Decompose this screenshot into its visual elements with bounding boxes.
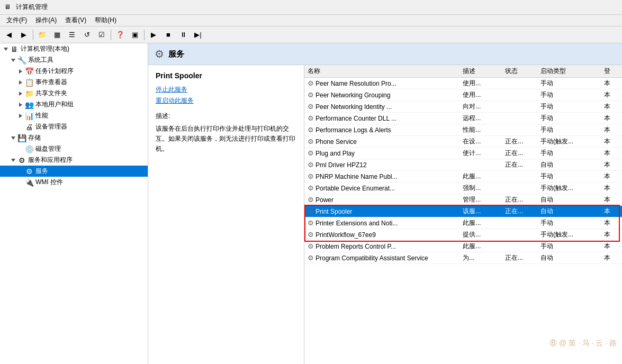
label-storage: 存储 [28,133,41,142]
service-desc [459,159,502,171]
tree-item-wmi[interactable]: 🔌 WMI 控件 [0,177,148,188]
table-row[interactable]: ⚙Performance Counter DLL ...远程...手动本 [304,113,622,124]
icon-wmi: 🔌 [24,178,34,187]
tree-item-root[interactable]: 🖥 计算机管理(本地) [0,43,148,54]
service-desc: 该服... [459,206,502,217]
icon-storage: 💾 [17,134,26,142]
right-content: Print Spooler 停止此服务 重启动此服务 描述: 该服务在后台执行打… [148,65,622,364]
gear-icon: ⚙ [308,114,314,122]
tree-item-systemtools[interactable]: 🔧 系统工具 [0,54,148,66]
gear-icon: ⚙ [308,242,314,250]
service-status [502,124,537,136]
selected-service-title: Print Spooler [156,71,296,80]
tree-item-servicesapps[interactable]: ⚙ 服务和应用程序 [0,154,148,166]
service-extra: 本 [601,136,622,148]
tree-item-taskscheduler[interactable]: 📅 任务计划程序 [0,66,148,77]
menu-action[interactable]: 操作(A) [31,15,61,26]
pause-button[interactable]: ⏸ [176,29,190,41]
toolbar: ◀ ▶ 📁 ▦ ☰ ↺ ☑ ❓ ▣ ▶ ■ ⏸ ▶| [0,26,622,43]
service-starttype: 手动 [537,217,601,229]
icon-shared: 📁 [24,89,34,98]
table-row[interactable]: ⚙Plug and Play使计...正在...手动本 [304,148,622,159]
tree-item-services[interactable]: ⚙ 服务 [0,166,148,177]
tree-item-eventviewer[interactable]: 📋 事件查看器 [0,77,148,88]
label-root: 计算机管理(本地) [21,44,69,53]
service-starttype: 手动 [537,101,601,113]
table-row[interactable]: ⚙Problem Reports Control P...此服...手动本 [304,241,622,252]
table-row[interactable]: ⚙PrintWorkflow_67ee9提供...手动(触发...本 [304,229,622,241]
icon-users: 👥 [24,101,34,109]
check-button[interactable]: ☑ [95,29,109,41]
back-button[interactable]: ◀ [2,29,16,41]
square-button[interactable]: ▣ [128,29,142,41]
gear-icon: ⚙ [308,126,314,134]
service-description: 该服务在后台执行打印作业并处理与打印机的交互。如果关闭该服务，则无法进行打印或查… [156,124,296,154]
table-row[interactable]: ⚙Print Spooler该服...正在...自动本 [304,206,622,217]
service-extra: 本 [601,89,622,101]
service-status: 正在... [502,159,537,171]
tree-item-sharedfolders[interactable]: 📁 共享文件夹 [0,88,148,99]
service-status: 正在... [502,136,537,148]
tree-item-diskmgmt[interactable]: 💿 磁盘管理 [0,143,148,154]
stop-button[interactable]: ■ [161,29,175,41]
service-extra: 本 [601,78,622,89]
tree-item-localusers[interactable]: 👥 本地用户和组 [0,99,148,110]
gear-icon: ⚙ [308,184,314,192]
gear-icon: ⚙ [308,161,314,169]
table-row[interactable]: ⚙Performance Logs & Alerts性能...手动本 [304,124,622,136]
service-desc: 为... [459,252,502,264]
service-status [502,89,537,101]
refresh-button[interactable]: ↺ [80,29,94,41]
service-starttype: 手动(触发... [537,136,601,148]
service-starttype: 手动 [537,171,601,183]
table-row[interactable]: ⚙Phone Service在设...正在...手动(触发...本 [304,136,622,148]
label-wmi: WMI 控件 [35,178,63,187]
folder-button[interactable]: 📁 [35,29,49,41]
table-row[interactable]: ⚙Pml Driver HPZ12正在...自动本 [304,159,622,171]
gear-icon: ⚙ [308,254,314,262]
arrow-root [2,47,10,52]
gear-icon: ⚙ [308,149,314,157]
service-status [502,241,537,252]
table-row[interactable]: ⚙Peer Networking Grouping使用...手动本 [304,89,622,101]
step-button[interactable]: ▶| [191,29,205,41]
menu-help[interactable]: 帮助(H) [91,15,121,26]
service-extra: 本 [601,124,622,136]
menu-file[interactable]: 文件(F) [2,15,31,26]
detail-pane: Print Spooler 停止此服务 重启动此服务 描述: 该服务在后台执行打… [148,65,304,364]
left-panel: 🖥 计算机管理(本地) 🔧 系统工具 📅 任务计划程序 📋 事件查看器 📁 共享… [0,43,148,364]
col-name: 名称 [304,65,459,78]
play-button[interactable]: ▶ [147,29,160,41]
arrow-users [17,102,24,107]
table-row[interactable]: ⚙Power管理...正在...自动本 [304,194,622,206]
menu-view[interactable]: 查看(V) [61,15,91,26]
forward-button[interactable]: ▶ [17,29,31,41]
table-row[interactable]: ⚙Peer Networking Identity ...向对...手动本 [304,101,622,113]
stop-service-link[interactable]: 停止此服务 [156,85,296,94]
label-systemtools: 系统工具 [28,56,53,65]
help-button[interactable]: ❓ [113,29,127,41]
gear-icon: ⚙ [308,103,314,111]
table-row[interactable]: ⚙Program Compatibility Assistant Service… [304,252,622,264]
table-row[interactable]: ⚙Portable Device Enumerat...强制...手动(触发..… [304,183,622,194]
tree-item-devicemgr[interactable]: 🖨 设备管理器 [0,121,148,132]
table-row[interactable]: ⚙PNRP Machine Name Publ...此服...手动本 [304,171,622,183]
restart-service-link[interactable]: 重启动此服务 [156,96,296,105]
service-extra: 本 [601,217,622,229]
service-extra: 本 [601,252,622,264]
service-desc: 使用... [459,78,502,89]
service-starttype: 手动 [537,78,601,89]
table-row[interactable]: ⚙Peer Name Resolution Pro...使用...手动本 [304,78,622,89]
service-desc: 使用... [459,89,502,101]
service-status [502,78,537,89]
service-desc: 提供... [459,229,502,241]
grid-button[interactable]: ▦ [50,29,64,41]
service-status: 正在... [502,206,537,217]
list-button[interactable]: ☰ [65,29,79,41]
tree-item-storage[interactable]: 💾 存储 [0,132,148,143]
tree-item-performance[interactable]: 📊 性能 [0,110,148,121]
table-row[interactable]: ⚙Printer Extensions and Noti...此服...手动本 [304,217,622,229]
service-status [502,229,537,241]
desc-label: 描述: [156,112,296,121]
sep3 [144,30,145,40]
